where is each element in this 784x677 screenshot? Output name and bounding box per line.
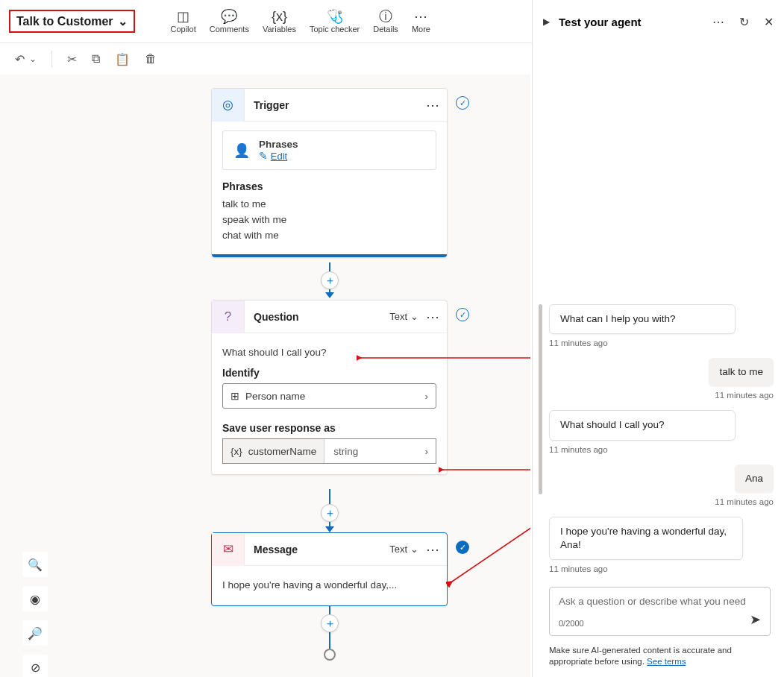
phrases-card[interactable]: 👤 Phrases ✎ Edit: [222, 130, 436, 170]
timestamp: 11 minutes ago: [549, 391, 774, 400]
question-prompt: What should I call you?: [222, 342, 436, 359]
pencil-icon: ✎: [259, 151, 271, 162]
copilot-icon: ◫: [177, 10, 189, 23]
send-button[interactable]: ➤: [750, 611, 761, 628]
trigger-phrases-list: talk to me speak with me chat with me: [222, 197, 436, 244]
paste-button[interactable]: 📋: [115, 52, 130, 66]
topic-checker-button[interactable]: 🩺Topic checker: [310, 10, 360, 34]
delete-button[interactable]: 🗑: [145, 52, 157, 66]
node-title: Message: [245, 544, 389, 555]
disclaimer: Make sure AI-generated content is accura…: [533, 642, 784, 677]
bot-message: What should I call you?: [549, 410, 736, 440]
collapse-panel-button[interactable]: ▶: [543, 16, 550, 27]
identify-select[interactable]: ⊞ Person name ›: [222, 383, 436, 409]
user-message: talk to me: [709, 358, 774, 386]
topic-checker-icon: 🩺: [327, 10, 343, 23]
zoom-out-button[interactable]: 🔎: [22, 620, 48, 646]
topic-title-dropdown[interactable]: Talk to Customer ⌄: [9, 10, 135, 33]
undo-dropdown[interactable]: ⌄: [29, 54, 37, 64]
reset-button[interactable]: ⊘: [22, 655, 48, 677]
see-terms-link[interactable]: See terms: [647, 657, 686, 666]
chat-input[interactable]: Ask a question or describe what you need…: [549, 587, 771, 636]
bot-message: I hope you're having a wonderful day, An…: [549, 517, 743, 560]
message-node[interactable]: ✓ ✉ Message Text⌄ ⋯ I hope you're having…: [211, 532, 448, 606]
details-icon: ⓘ: [379, 10, 392, 23]
details-button[interactable]: ⓘDetails: [373, 10, 398, 34]
format-dropdown[interactable]: Text⌄: [389, 544, 418, 555]
status-check-icon: ✓: [456, 96, 469, 110]
chevron-down-icon: ⌄: [410, 311, 418, 322]
format-dropdown[interactable]: Text⌄: [389, 311, 418, 322]
close-panel-button[interactable]: ✕: [764, 15, 774, 29]
comments-button[interactable]: 💬Comments: [210, 10, 249, 34]
topic-title: Talk to Customer: [16, 15, 113, 28]
message-icon: ✉: [212, 533, 245, 566]
timestamp: 11 minutes ago: [549, 497, 774, 506]
scrollbar[interactable]: [539, 304, 542, 494]
trigger-icon: ◎: [212, 89, 245, 122]
status-check-icon: ✓: [456, 541, 469, 554]
variables-icon: {x}: [272, 10, 287, 23]
char-counter: 0/2000: [559, 619, 761, 628]
copy-button[interactable]: ⧉: [92, 52, 100, 66]
toolbar: ◫Copilot 💬Comments {x}Variables 🩺Topic c…: [171, 10, 430, 34]
user-message: Ana: [735, 465, 774, 493]
node-menu-button[interactable]: ⋯: [426, 309, 439, 325]
variable-select[interactable]: {x}customerName string ›: [222, 438, 436, 464]
variables-button[interactable]: {x}Variables: [263, 10, 296, 34]
bot-message: What can I help you with?: [549, 304, 736, 334]
timestamp: 11 minutes ago: [549, 564, 784, 573]
add-node-button[interactable]: ＋: [321, 504, 339, 522]
node-title: Question: [245, 311, 389, 323]
node-menu-button[interactable]: ⋯: [426, 541, 439, 558]
chevron-down-icon: ⌄: [118, 14, 128, 28]
divider: [51, 51, 52, 67]
status-check-icon: ✓: [456, 308, 469, 321]
chevron-right-icon: ›: [418, 446, 436, 457]
test-panel: ▶ Test your agent ⋯ ↻ ✕ What can I help …: [532, 0, 784, 677]
chevron-down-icon: ⌄: [410, 544, 418, 555]
refresh-button[interactable]: ↻: [739, 15, 749, 29]
more-button[interactable]: ⋯More: [412, 10, 430, 34]
node-title: Trigger: [245, 99, 426, 111]
zoom-in-button[interactable]: 🔍: [22, 552, 48, 577]
node-menu-button[interactable]: ⋯: [426, 97, 439, 113]
end-node: [324, 649, 336, 661]
person-icon: 👤: [233, 142, 250, 159]
add-node-button[interactable]: ＋: [321, 614, 339, 632]
panel-title: Test your agent: [559, 16, 697, 28]
question-node[interactable]: ✓ ? Question Text⌄ ⋯ What should I call …: [211, 300, 448, 475]
fit-button[interactable]: ◉: [22, 586, 48, 611]
timestamp: 11 minutes ago: [549, 445, 784, 454]
message-body: I hope you're having a wonderful day,...: [222, 575, 436, 595]
copilot-button[interactable]: ◫Copilot: [171, 10, 196, 34]
more-icon: ⋯: [414, 10, 427, 23]
entity-icon: ⊞: [231, 390, 239, 402]
edit-phrases-link[interactable]: Edit: [271, 151, 287, 162]
timestamp: 11 minutes ago: [549, 338, 784, 347]
panel-more-button[interactable]: ⋯: [712, 15, 724, 29]
trigger-node[interactable]: ✓ ◎ Trigger ⋯ 👤 Phrases ✎ Edit Phrases t…: [211, 88, 448, 258]
chat-placeholder: Ask a question or describe what you need: [559, 595, 761, 608]
add-node-button[interactable]: ＋: [321, 271, 339, 289]
chevron-right-icon: ›: [425, 391, 429, 402]
question-icon: ?: [212, 300, 245, 333]
comments-icon: 💬: [221, 10, 237, 23]
undo-button[interactable]: ↶: [15, 52, 25, 66]
variable-icon: {x}: [231, 446, 242, 457]
cut-button[interactable]: ✂: [67, 52, 77, 66]
